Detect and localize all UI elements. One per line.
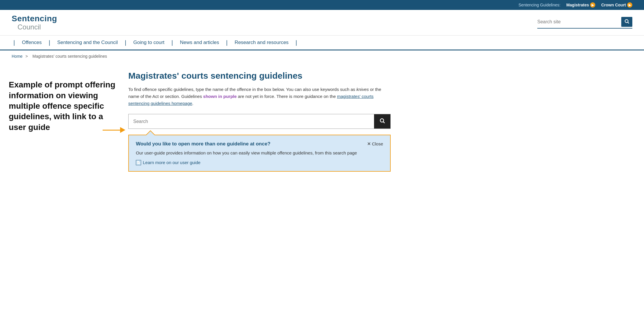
search-icon xyxy=(379,118,385,124)
left-annotation: Example of prompt offering information o… xyxy=(0,62,122,180)
top-bar: Sentencing Guidelines: Magistrates ▶ Cro… xyxy=(0,0,644,10)
nav-item-offences[interactable]: Offences xyxy=(17,36,47,50)
nav-sep-2: | xyxy=(123,39,128,46)
triangle-arrow xyxy=(146,131,155,135)
crown-court-arrow-icon: ▶ xyxy=(627,2,632,8)
nav-item-research[interactable]: Research and resources xyxy=(229,36,294,50)
svg-point-2 xyxy=(380,119,384,122)
intro-purple: shown in purple xyxy=(203,94,237,99)
sentencing-guidelines-label: Sentencing Guidelines: xyxy=(518,3,560,7)
link-doc-icon: 📄 xyxy=(136,160,141,165)
intro-text-3: are not yet in force. There is more guid… xyxy=(237,94,337,99)
svg-point-0 xyxy=(625,20,628,23)
svg-line-1 xyxy=(628,22,629,23)
crown-court-link[interactable]: Crown Court ▶ xyxy=(601,2,632,8)
intro-text-4: . xyxy=(192,101,193,106)
info-box: Would you like to open more than one gui… xyxy=(128,135,391,172)
intro-text-1: To find offence specific guidelines, typ… xyxy=(128,87,356,92)
info-box-body: Our user-guide provides information on h… xyxy=(136,150,383,157)
nav-item-sentencing-council[interactable]: Sentencing and the Council xyxy=(52,36,123,50)
annotation-text: Example of prompt offering information o… xyxy=(9,80,115,132)
arrow-annotation xyxy=(103,127,125,133)
guideline-search-button[interactable] xyxy=(374,114,390,129)
main-nav: | Offences | Sentencing and the Council … xyxy=(0,36,644,50)
nav-sep-4: | xyxy=(224,39,229,46)
header-search-input[interactable] xyxy=(537,19,619,24)
svg-line-3 xyxy=(383,122,385,123)
info-box-link-text: Learn more on our user guide xyxy=(143,160,201,165)
close-label: Close xyxy=(372,141,383,146)
info-box-user-guide-link[interactable]: 📄 Learn more on our user guide xyxy=(136,160,383,165)
magistrates-link-label: Magistrates xyxy=(566,3,589,7)
breadcrumb: Home > Magistrates' courts sentencing gu… xyxy=(0,50,644,62)
main-content: Example of prompt offering information o… xyxy=(0,62,644,192)
close-x-icon: ✕ xyxy=(367,141,371,147)
nav-sep-1: | xyxy=(47,39,52,46)
arrow-head-icon xyxy=(120,127,125,133)
nav-sep-5: | xyxy=(294,39,299,46)
nav-sep-0: | xyxy=(12,39,17,46)
header-search-area xyxy=(537,17,632,29)
logo-council: Council xyxy=(12,23,57,31)
breadcrumb-separator: > xyxy=(25,54,28,59)
nav-item-going-to-court[interactable]: Going to court xyxy=(128,36,170,50)
site-header: Sentencing Council xyxy=(0,10,644,36)
info-box-close-button[interactable]: ✕ Close xyxy=(367,141,383,147)
header-search-button[interactable] xyxy=(621,17,632,27)
magistrates-link[interactable]: Magistrates ▶ xyxy=(566,2,595,8)
search-icon xyxy=(624,19,629,24)
intro-italic: knives xyxy=(356,87,369,92)
breadcrumb-current: Magistrates' courts sentencing guideline… xyxy=(32,54,107,59)
guideline-search-input[interactable] xyxy=(129,114,374,129)
info-box-title: Would you like to open more than one gui… xyxy=(136,141,271,147)
arrow-line xyxy=(103,130,120,131)
crown-court-link-label: Crown Court xyxy=(601,3,626,7)
info-box-header: Would you like to open more than one gui… xyxy=(136,141,383,147)
guideline-search-area xyxy=(128,114,391,129)
breadcrumb-home[interactable]: Home xyxy=(12,54,22,59)
nav-sep-3: | xyxy=(170,39,175,46)
logo[interactable]: Sentencing Council xyxy=(12,14,57,31)
magistrates-arrow-icon: ▶ xyxy=(590,2,595,8)
intro-paragraph: To find offence specific guidelines, typ… xyxy=(128,86,391,107)
nav-item-news[interactable]: News and articles xyxy=(175,36,224,50)
logo-sentencing: Sentencing xyxy=(12,14,57,23)
content-area: Magistrates' courts sentencing guideline… xyxy=(122,62,644,180)
page-title: Magistrates' courts sentencing guideline… xyxy=(128,71,632,81)
